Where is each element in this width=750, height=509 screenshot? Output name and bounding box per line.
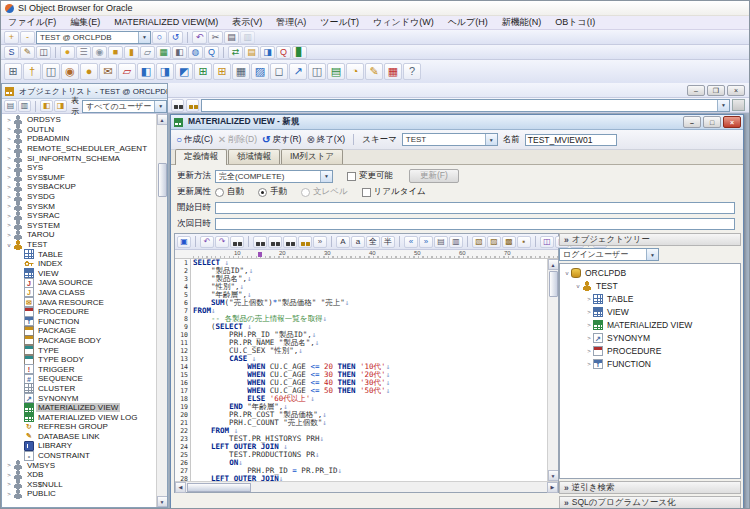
tree-item-trigger[interactable]: TRIGGER xyxy=(2,364,156,374)
collapse-arrow-icon[interactable]: v xyxy=(563,269,571,277)
grid-edit-icon[interactable]: ⊞ xyxy=(194,63,212,80)
window-cascade-icon[interactable]: ◫ xyxy=(42,63,60,80)
query-window-icon[interactable]: ◫ xyxy=(540,236,554,248)
create-button[interactable]: ○ 作成(C) xyxy=(176,134,213,146)
next-datetime-input[interactable] xyxy=(215,218,735,230)
tree-item-sysdg[interactable]: >SYSDG xyxy=(2,192,156,202)
search-combo[interactable]: ▼ xyxy=(201,99,730,112)
mail-icon[interactable]: ✉ xyxy=(99,63,117,80)
list-style-icon[interactable]: ▤ xyxy=(4,100,17,112)
reverse-lookup-header[interactable]: » 逆引き検索 xyxy=(559,481,741,494)
chevron-down-icon[interactable]: ▼ xyxy=(154,101,166,112)
tree-item-synonym[interactable]: >SYNONYM xyxy=(560,331,740,344)
session-monitor-icon[interactable]: ● xyxy=(60,46,75,59)
mview-minimize-button[interactable]: – xyxy=(683,116,701,128)
window-tile-icon[interactable]: ◧ xyxy=(137,63,155,80)
goto-line-icon[interactable]: » xyxy=(313,236,327,248)
session-kill-icon[interactable]: ● xyxy=(80,63,98,80)
expand-arrow-icon[interactable]: > xyxy=(5,116,13,124)
tree-item-table[interactable]: TABLE xyxy=(2,249,156,259)
tree-item-index[interactable]: INDEX xyxy=(2,259,156,269)
unindent-icon[interactable]: « xyxy=(404,236,418,248)
chevron-down-icon[interactable]: ▼ xyxy=(138,32,150,43)
performance-chart-icon[interactable]: ▊ xyxy=(292,46,307,59)
to-fullwidth-icon[interactable]: 全 xyxy=(366,236,380,248)
tree-item-view[interactable]: >VIEW xyxy=(560,305,740,318)
menu-f[interactable]: ファイル(F) xyxy=(1,16,63,29)
web-site-icon[interactable]: ◍ xyxy=(188,46,203,59)
lock-monitor-icon[interactable]: ■ xyxy=(108,46,123,59)
database-info-icon[interactable]: ☰ xyxy=(76,46,91,59)
expand-arrow-icon[interactable]: > xyxy=(5,471,13,479)
chevron-down-icon[interactable]: ▼ xyxy=(485,134,497,145)
expand-arrow-icon[interactable]: > xyxy=(585,360,593,368)
expand-arrow-icon[interactable]: > xyxy=(5,202,13,210)
menu-n[interactable]: 新機能(N) xyxy=(495,16,549,29)
scroll-up-icon[interactable]: ▲ xyxy=(548,259,559,270)
tree-item-sys-umf[interactable]: >SYS$UMF xyxy=(2,173,156,183)
cut-icon[interactable]: ✂ xyxy=(208,31,223,44)
tree-item-materialized-view[interactable]: >MATERIALIZED VIEW xyxy=(560,318,740,331)
mview-maximize-button[interactable]: □ xyxy=(703,116,721,128)
tab-definition[interactable]: 定義情報 xyxy=(175,149,227,165)
source-search-icon[interactable]: Q xyxy=(276,46,291,59)
find-icon[interactable] xyxy=(230,236,244,248)
scroll-thumb[interactable] xyxy=(187,483,251,492)
scroll-thumb[interactable] xyxy=(158,163,167,197)
tree-item-test[interactable]: vTEST xyxy=(560,279,740,292)
editor-hscrollbar[interactable]: ◀ ▶ xyxy=(175,481,558,492)
collapse-arrow-icon[interactable]: v xyxy=(5,241,13,249)
chevron-down-icon[interactable]: ▼ xyxy=(646,249,658,260)
seal-icon[interactable]: ◉ xyxy=(61,63,79,80)
expand-arrow-icon[interactable]: > xyxy=(5,154,13,162)
tree-item-type[interactable]: TYPE xyxy=(2,345,156,355)
memo-icon[interactable]: ▤ xyxy=(244,46,259,59)
expand-arrow-icon[interactable]: > xyxy=(5,221,13,229)
pen-icon[interactable]: ✎ xyxy=(365,63,383,80)
changeable-checkbox[interactable] xyxy=(347,172,356,181)
tree-item-package-body[interactable]: PACKAGE BODY xyxy=(2,336,156,346)
mview-title-bar[interactable]: MATERIALIZED VIEW - 新規 –□× xyxy=(171,115,743,130)
window-horizontal-icon[interactable]: ◨ xyxy=(156,63,174,80)
ruler-marker[interactable] xyxy=(258,252,262,257)
object-tree-list[interactable]: >ORDSYS>OUTLN>PDBADMIN>REMOTE_SCHEDULER_… xyxy=(2,114,156,507)
tree-item-procedure[interactable]: >PROCEDURE xyxy=(560,344,740,357)
mdi-minimize-button[interactable]: – xyxy=(687,85,705,96)
save-icon[interactable]: ▣ xyxy=(177,236,191,248)
expand-all-icon[interactable]: ◧ xyxy=(40,100,53,112)
connection-combo[interactable]: TEST @ ORCLPDB ▼ xyxy=(36,31,151,44)
find-next-icon[interactable] xyxy=(253,236,267,248)
tree-item-si-informtn-schema[interactable]: >SI_INFORMTN_SCHEMA xyxy=(2,153,156,163)
collapse-all-icon[interactable]: ◨ xyxy=(54,100,67,112)
mdi-close-button[interactable]: × xyxy=(727,85,745,96)
tree-item-java-class[interactable]: JAVA CLASS xyxy=(2,288,156,298)
table-window-icon[interactable]: ▦ xyxy=(232,63,250,80)
tab-storage[interactable]: 領域情報 xyxy=(228,149,280,164)
window-recent-icon[interactable]: ▱ xyxy=(118,63,136,80)
redo-icon[interactable]: ↷ xyxy=(215,236,229,248)
user-admin-icon[interactable]: ◉ xyxy=(92,46,107,59)
expand-arrow-icon[interactable]: > xyxy=(5,212,13,220)
tree-item-public[interactable]: >PUBLIC xyxy=(2,489,156,499)
revert-button[interactable]: ↺ 戻す(R) xyxy=(262,134,301,146)
menu-h[interactable]: ヘルプ(H) xyxy=(441,16,495,29)
tree-item-procedure[interactable]: PROCEDURE xyxy=(2,307,156,317)
undo-icon[interactable]: ↶ xyxy=(200,236,214,248)
object-extract-icon[interactable]: ◧ xyxy=(172,46,187,59)
delete-line-icon[interactable]: ▪ xyxy=(517,236,531,248)
data-compare-icon[interactable]: ◨ xyxy=(260,46,275,59)
copy-window-icon[interactable]: ▨ xyxy=(251,63,269,80)
palette-object-tree[interactable]: vORCLPDBvTEST>TABLE>VIEW>MATERIALIZED VI… xyxy=(559,263,741,479)
to-halfwidth-icon[interactable]: 半 xyxy=(381,236,395,248)
tree-item-function[interactable]: FUNCTION xyxy=(2,316,156,326)
search-icon[interactable]: Q xyxy=(204,46,219,59)
scroll-left-icon[interactable]: ◀ xyxy=(175,482,186,493)
realtime-checkbox[interactable] xyxy=(362,188,371,197)
tree-item-package[interactable]: PACKAGE xyxy=(2,326,156,336)
expand-arrow-icon[interactable]: > xyxy=(585,347,593,355)
tree-item-database-link[interactable]: DATABASE LINK xyxy=(2,432,156,442)
menu-materialized-view-m[interactable]: MATERIALIZED VIEW(M) xyxy=(107,16,225,29)
expand-arrow-icon[interactable]: > xyxy=(5,490,13,498)
rollback-icon[interactable]: ↺ xyxy=(168,31,183,44)
find-up-icon[interactable] xyxy=(298,236,312,248)
